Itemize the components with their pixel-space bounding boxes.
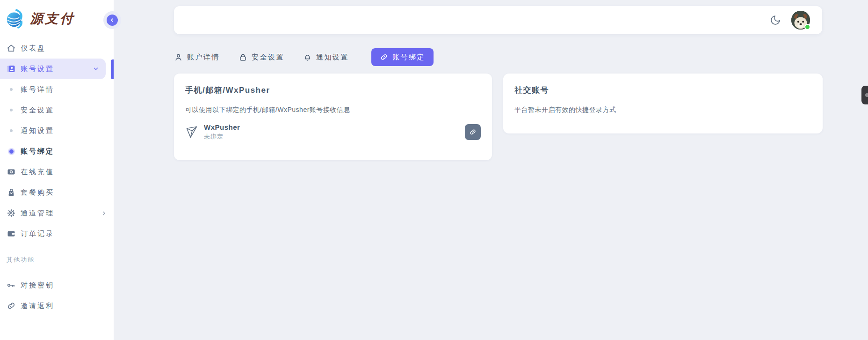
wallet-icon (7, 229, 16, 238)
binding-card-description: 可以使用以下绑定的手机/邮箱/WxPusher账号接收信息 (185, 106, 481, 114)
sidebar-item-label: 套餐购买 (21, 188, 54, 197)
bullet-dot-icon (7, 129, 16, 132)
binding-name: WxPusher (204, 123, 240, 131)
sidebar-item-online-recharge[interactable]: 在线充值 (0, 162, 114, 182)
key-icon (7, 281, 16, 290)
link-icon (380, 53, 388, 61)
chevron-right-icon (101, 210, 107, 216)
sidebar-subitem-account-binding[interactable]: 账号绑定 (0, 141, 114, 162)
binding-card: 手机/邮箱/WxPusher 可以使用以下绑定的手机/邮箱/WxPusher账号… (174, 74, 492, 160)
sidebar-subitem-notification-settings[interactable]: 通知设置 (0, 120, 114, 141)
bind-wxpusher-button[interactable] (465, 124, 481, 140)
binding-row-wxpusher: WxPusher 未绑定 (185, 123, 481, 141)
sidebar-item-invite-rebate[interactable]: 邀请返利 (0, 296, 114, 316)
sidebar-item-label: 仪表盘 (21, 44, 46, 53)
recharge-icon (7, 167, 16, 177)
sidebar-item-api-keys[interactable]: 对接密钥 (0, 275, 114, 296)
active-menu-indicator (111, 59, 114, 79)
user-avatar[interactable] (791, 11, 810, 30)
sidebar-item-label: 安全设置 (21, 106, 54, 115)
topbar (174, 6, 822, 34)
wxpusher-icon (185, 125, 198, 140)
invite-link-icon (7, 301, 16, 310)
social-card-title: 社交账号 (514, 85, 811, 96)
tab-label: 通知设置 (316, 53, 349, 62)
tab-account-binding[interactable]: 账号绑定 (371, 48, 434, 66)
sidebar-item-package-purchase[interactable]: 套餐购买 (0, 182, 114, 203)
gear-icon (7, 208, 16, 218)
moon-icon (770, 15, 781, 26)
link-icon (469, 128, 477, 136)
sidebar-item-label: 账号设置 (21, 65, 54, 74)
social-accounts-card: 社交账号 平台暂未开启有效的快捷登录方式 (503, 74, 823, 133)
sidebar-section-label: 其他功能 (0, 255, 114, 265)
brand-globe-icon (5, 7, 26, 30)
online-status-dot (804, 24, 810, 30)
sidebar-item-order-records[interactable]: 订单记录 (0, 223, 114, 244)
package-icon (7, 188, 16, 197)
sidebar-item-label: 订单记录 (21, 229, 54, 238)
tab-label: 账号绑定 (392, 53, 425, 62)
sidebar-item-label: 账号详情 (21, 85, 54, 94)
sidebar-item-label: 通知设置 (21, 126, 54, 135)
settings-drawer-handle[interactable] (861, 86, 868, 104)
sidebar-subitem-account-details[interactable]: 账号详情 (0, 79, 114, 100)
sidebar-item-label: 对接密钥 (21, 281, 54, 290)
tab-account-details[interactable]: 账户详情 (174, 48, 220, 66)
tab-label: 账户详情 (187, 53, 220, 62)
sidebar-item-label: 账号绑定 (21, 147, 54, 156)
sidebar-nav: 仪表盘 账号设置 账号详情 安全设 (0, 38, 114, 316)
sidebar-item-dashboard[interactable]: 仪表盘 (0, 38, 114, 59)
lock-icon (239, 53, 247, 62)
sidebar: 源支付 仪表盘 账号设置 (0, 0, 114, 340)
sidebar-item-label: 在线充值 (21, 168, 54, 177)
binding-info: WxPusher 未绑定 (204, 123, 240, 141)
account-settings-icon (7, 64, 16, 74)
bell-icon (303, 53, 312, 62)
sidebar-item-label: 通道管理 (21, 209, 54, 218)
binding-card-title: 手机/邮箱/WxPusher (185, 85, 481, 96)
bullet-dot-icon (7, 88, 16, 91)
bullet-dot-icon (7, 109, 16, 111)
bullet-dot-icon (7, 149, 16, 154)
sidebar-item-channel-management[interactable]: 通道管理 (0, 203, 114, 223)
tab-notification-settings[interactable]: 通知设置 (303, 48, 349, 66)
user-icon (174, 53, 183, 62)
sidebar-item-label: 邀请返利 (21, 302, 54, 310)
sidebar-subitem-security-settings[interactable]: 安全设置 (0, 100, 114, 120)
brand-logo[interactable]: 源支付 (0, 0, 114, 33)
account-tabs: 账户详情 安全设置 通知设置 账号绑定 (174, 48, 434, 66)
chevron-down-icon (93, 66, 99, 72)
binding-status: 未绑定 (204, 133, 240, 141)
sidebar-collapse-button[interactable] (107, 15, 118, 26)
chevron-left-icon (109, 17, 115, 23)
social-card-description: 平台暂未开启有效的快捷登录方式 (514, 106, 811, 114)
dashboard-icon (7, 44, 16, 53)
sidebar-item-account-settings[interactable]: 账号设置 (0, 59, 106, 79)
theme-toggle-button[interactable] (770, 15, 781, 26)
tab-security-settings[interactable]: 安全设置 (239, 48, 284, 66)
tab-label: 安全设置 (252, 53, 284, 62)
brand-name: 源支付 (30, 10, 75, 28)
